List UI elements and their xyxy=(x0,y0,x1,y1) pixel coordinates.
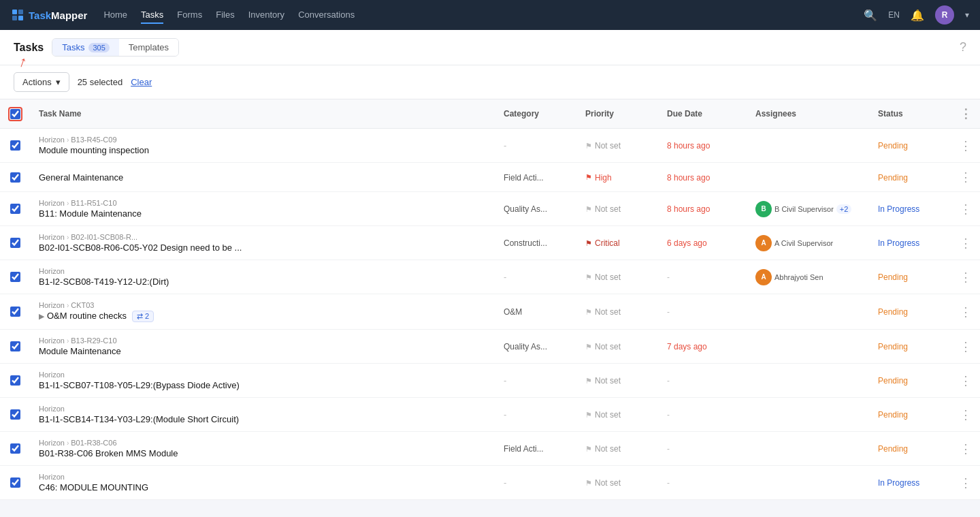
row-more-icon[interactable]: ⋮ xyxy=(960,340,972,354)
row-checkbox-cell xyxy=(0,294,31,330)
nav-tasks[interactable]: Tasks xyxy=(141,7,163,24)
task-name[interactable]: C46: MODULE MOUNTING xyxy=(39,482,487,492)
row-checkbox-cell xyxy=(0,260,31,294)
row-duedate-cell: 7 days ago xyxy=(659,330,747,364)
task-breadcrumb: Horizon › B13-R29-C10 xyxy=(39,336,487,345)
row-checkbox-cell xyxy=(0,226,31,260)
row-more-icon[interactable]: ⋮ xyxy=(960,305,972,319)
assignees-cell: AA Civil Supervisor xyxy=(755,235,862,251)
select-all-checkbox[interactable] xyxy=(10,109,20,119)
task-name[interactable]: General Maintenance xyxy=(39,172,487,183)
nav-forms[interactable]: Forms xyxy=(177,7,202,24)
clear-button[interactable]: Clear xyxy=(131,77,152,87)
row-assignees-cell xyxy=(747,364,870,398)
row-checkbox[interactable] xyxy=(10,238,20,248)
row-assignees-cell: BB Civil Supervisor+2 xyxy=(747,192,870,226)
flag-icon: ⚑ xyxy=(585,411,592,420)
assignees-cell: BB Civil Supervisor+2 xyxy=(755,201,862,217)
row-assignees-cell xyxy=(747,398,870,432)
task-name[interactable]: Module mounting inspection xyxy=(39,145,487,155)
row-more-icon[interactable]: ⋮ xyxy=(960,139,972,153)
row-checkbox-wrap xyxy=(8,238,22,248)
task-name[interactable]: B1-I1-SCB07-T108-Y05-L29:(Bypass Diode A… xyxy=(39,380,487,390)
row-priority-cell: ⚑High xyxy=(577,163,659,192)
row-checkbox[interactable] xyxy=(10,140,20,151)
row-taskname-cell: Horizon › B02-I01-SCB08-R...B02-I01-SCB0… xyxy=(31,226,495,260)
row-category-cell: Field Acti... xyxy=(495,432,577,466)
tasks-table: Task Name Category Priority Due Date Ass… xyxy=(0,99,980,500)
notifications-icon[interactable]: 🔔 xyxy=(911,9,924,22)
row-checkbox[interactable] xyxy=(10,272,20,282)
row-duedate-cell: 6 days ago xyxy=(659,226,747,260)
task-name[interactable]: B1-I2-SCB08-T419-Y12-U2:(Dirt) xyxy=(39,277,487,287)
language-selector[interactable]: EN xyxy=(888,10,900,20)
actions-label: Actions xyxy=(22,77,52,87)
task-expand-icon[interactable]: ▶ xyxy=(39,312,44,320)
row-more-icon[interactable]: ⋮ xyxy=(960,202,972,216)
priority-badge: ⚑Not set xyxy=(585,410,621,420)
status-badge: Pending xyxy=(878,307,908,317)
subtask-badge[interactable]: ⇄ 2 xyxy=(132,311,154,322)
task-name[interactable]: B11: Module Maintenance xyxy=(39,208,487,219)
due-date-text: 7 days ago xyxy=(667,342,707,351)
selected-count: 25 selected xyxy=(78,77,123,87)
nav-home[interactable]: Home xyxy=(103,7,127,24)
row-checkbox-cell xyxy=(0,466,31,500)
assignees-cell: AAbhrajyoti Sen xyxy=(755,269,862,285)
header-checkbox-circle[interactable] xyxy=(8,107,22,121)
task-name[interactable]: Module Maintenance xyxy=(39,346,487,356)
row-more-icon[interactable]: ⋮ xyxy=(960,408,972,422)
row-checkbox[interactable] xyxy=(10,204,20,214)
task-name[interactable]: B1-I1-SCB14-T134-Y03-L29:(Module Short C… xyxy=(39,414,487,424)
task-name[interactable]: ▶O&M routine checks⇄ 2 xyxy=(39,311,487,322)
row-checkbox[interactable] xyxy=(10,443,20,454)
row-more-icon[interactable]: ⋮ xyxy=(960,236,972,250)
category-text: Field Acti... xyxy=(504,173,544,183)
task-name[interactable]: B02-I01-SCB08-R06-C05-Y02 Design need to… xyxy=(39,242,487,253)
flag-icon: ⚑ xyxy=(585,273,592,282)
th-assignees: Assignees xyxy=(747,99,870,129)
status-badge: Pending xyxy=(878,141,908,151)
due-date-text: 6 days ago xyxy=(667,238,707,248)
th-status: Status xyxy=(870,99,951,129)
row-status-cell: In Progress xyxy=(870,466,951,500)
row-checkbox[interactable] xyxy=(10,477,20,488)
nav-inventory[interactable]: Inventory xyxy=(248,7,284,24)
table-more-icon[interactable]: ⋮ xyxy=(960,107,972,121)
task-name[interactable]: B01-R38-C06 Broken MMS Module xyxy=(39,448,487,458)
th-duedate: Due Date xyxy=(659,99,747,129)
toolbar: ↑ Actions ▾ 25 selected Clear xyxy=(0,65,980,99)
user-avatar[interactable]: R xyxy=(935,5,954,25)
row-checkbox[interactable] xyxy=(10,409,20,420)
table-row: HorizonB1-I1-SCB14-T134-Y03-L29:(Module … xyxy=(0,398,980,432)
nav-conversations[interactable]: Conversations xyxy=(298,7,355,24)
flag-icon: ⚑ xyxy=(585,239,592,248)
tab-tasks[interactable]: Tasks 305 xyxy=(52,39,119,56)
row-checkbox[interactable] xyxy=(10,307,20,317)
row-checkbox-cell xyxy=(0,398,31,432)
row-more-icon[interactable]: ⋮ xyxy=(960,170,972,184)
row-more-icon[interactable]: ⋮ xyxy=(960,476,972,490)
actions-button[interactable]: Actions ▾ xyxy=(14,72,69,92)
row-more-icon[interactable]: ⋮ xyxy=(960,442,972,456)
task-breadcrumb: Horizon › B11-R51-C10 xyxy=(39,199,487,207)
user-menu-chevron[interactable]: ▾ xyxy=(965,10,969,20)
row-more-icon[interactable]: ⋮ xyxy=(960,374,972,388)
actions-chevron-icon: ▾ xyxy=(56,77,61,87)
flag-icon: ⚑ xyxy=(585,308,592,317)
tab-templates[interactable]: Templates xyxy=(119,39,178,56)
row-status-cell: Pending xyxy=(870,398,951,432)
row-priority-cell: ⚑Not set xyxy=(577,432,659,466)
nav-files[interactable]: Files xyxy=(216,7,234,24)
row-checkbox[interactable] xyxy=(10,341,20,351)
search-icon[interactable]: 🔍 xyxy=(864,9,877,22)
row-priority-cell: ⚑Not set xyxy=(577,466,659,500)
row-more-icon[interactable]: ⋮ xyxy=(960,270,972,284)
table-row: HorizonB1-I2-SCB08-T419-Y12-U2:(Dirt)-⚑N… xyxy=(0,260,980,294)
row-checkbox[interactable] xyxy=(10,172,20,183)
app-logo[interactable]: TaskMapper xyxy=(11,8,87,22)
row-checkbox[interactable] xyxy=(10,375,20,386)
row-assignees-cell: AAbhrajyoti Sen xyxy=(747,260,870,294)
help-icon[interactable]: ? xyxy=(960,40,966,54)
task-breadcrumb: Horizon › CKT03 xyxy=(39,301,487,309)
